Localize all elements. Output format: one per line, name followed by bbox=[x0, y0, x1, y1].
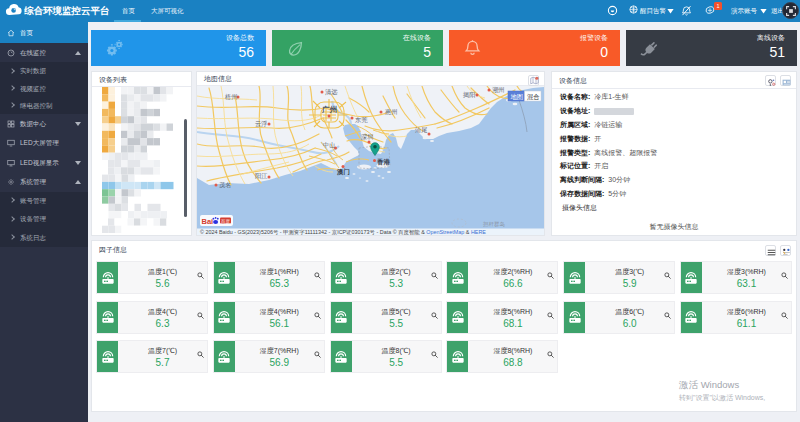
svg-text:阳江: 阳江 bbox=[255, 172, 267, 180]
svg-text:香港: 香港 bbox=[376, 158, 391, 166]
svg-text:混合: 混合 bbox=[527, 93, 540, 101]
svg-text:潮州: 潮州 bbox=[492, 86, 504, 94]
svg-text:揭阳: 揭阳 bbox=[463, 91, 475, 99]
svg-text:地图: 地图 bbox=[511, 93, 524, 101]
svg-text:© 2024 Baidu - GS(2023)5206号 -: © 2024 Baidu - GS(2023)5206号 - 甲测资字11111… bbox=[200, 229, 486, 235]
svg-text:担杆群岛: 担杆群岛 bbox=[483, 221, 505, 228]
svg-text:茂名: 茂名 bbox=[219, 181, 231, 189]
svg-text:清远: 清远 bbox=[325, 88, 338, 96]
svg-text:东莞: 东莞 bbox=[355, 116, 368, 124]
svg-text:梧州: 梧州 bbox=[224, 93, 237, 101]
svg-text:澳门: 澳门 bbox=[336, 168, 350, 176]
svg-text:中山: 中山 bbox=[323, 141, 335, 148]
svg-text:广州: 广州 bbox=[321, 105, 337, 114]
svg-text:云浮: 云浮 bbox=[255, 120, 267, 128]
svg-text:深圳: 深圳 bbox=[361, 133, 373, 141]
svg-text:汕尾: 汕尾 bbox=[415, 126, 427, 134]
svg-text:惠州: 惠州 bbox=[384, 108, 397, 115]
svg-text:Bai: Bai bbox=[202, 217, 214, 226]
